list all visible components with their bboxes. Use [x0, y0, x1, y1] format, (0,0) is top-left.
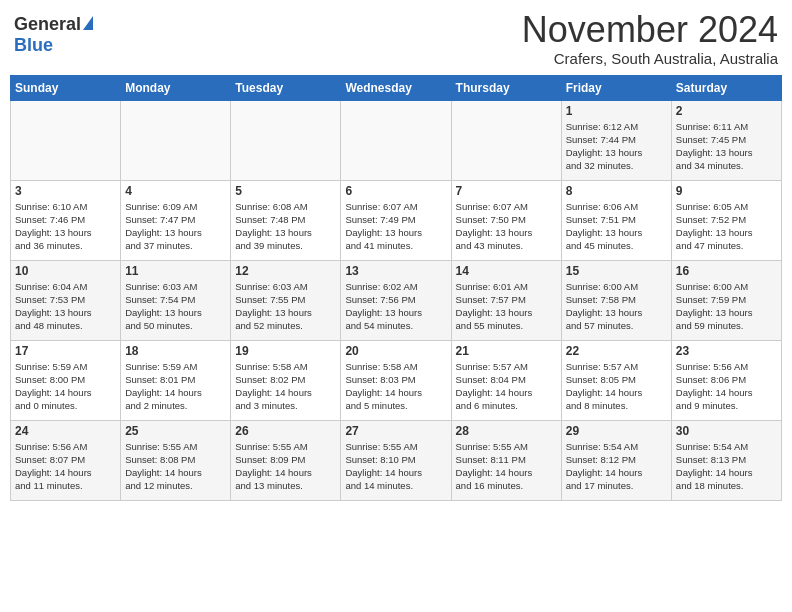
calendar-cell: 18Sunrise: 5:59 AM Sunset: 8:01 PM Dayli… [121, 340, 231, 420]
day-info: Sunrise: 5:56 AM Sunset: 8:07 PM Dayligh… [15, 440, 116, 493]
calendar-week-3: 10Sunrise: 6:04 AM Sunset: 7:53 PM Dayli… [11, 260, 782, 340]
calendar-cell [451, 100, 561, 180]
calendar-cell: 17Sunrise: 5:59 AM Sunset: 8:00 PM Dayli… [11, 340, 121, 420]
day-number: 26 [235, 424, 336, 438]
day-info: Sunrise: 5:55 AM Sunset: 8:08 PM Dayligh… [125, 440, 226, 493]
calendar-cell: 20Sunrise: 5:58 AM Sunset: 8:03 PM Dayli… [341, 340, 451, 420]
calendar-cell [11, 100, 121, 180]
calendar-cell: 16Sunrise: 6:00 AM Sunset: 7:59 PM Dayli… [671, 260, 781, 340]
calendar-cell: 26Sunrise: 5:55 AM Sunset: 8:09 PM Dayli… [231, 420, 341, 500]
day-number: 24 [15, 424, 116, 438]
location-text: Crafers, South Australia, Australia [522, 50, 778, 67]
calendar-cell [121, 100, 231, 180]
day-info: Sunrise: 6:02 AM Sunset: 7:56 PM Dayligh… [345, 280, 446, 333]
day-number: 27 [345, 424, 446, 438]
month-title: November 2024 [522, 10, 778, 50]
day-info: Sunrise: 5:58 AM Sunset: 8:02 PM Dayligh… [235, 360, 336, 413]
calendar-cell: 12Sunrise: 6:03 AM Sunset: 7:55 PM Dayli… [231, 260, 341, 340]
day-number: 13 [345, 264, 446, 278]
day-number: 30 [676, 424, 777, 438]
calendar-cell: 23Sunrise: 5:56 AM Sunset: 8:06 PM Dayli… [671, 340, 781, 420]
weekday-header-friday: Friday [561, 75, 671, 100]
calendar-cell: 19Sunrise: 5:58 AM Sunset: 8:02 PM Dayli… [231, 340, 341, 420]
calendar-week-2: 3Sunrise: 6:10 AM Sunset: 7:46 PM Daylig… [11, 180, 782, 260]
day-info: Sunrise: 5:55 AM Sunset: 8:10 PM Dayligh… [345, 440, 446, 493]
calendar-cell: 25Sunrise: 5:55 AM Sunset: 8:08 PM Dayli… [121, 420, 231, 500]
calendar-cell: 11Sunrise: 6:03 AM Sunset: 7:54 PM Dayli… [121, 260, 231, 340]
day-info: Sunrise: 6:00 AM Sunset: 7:58 PM Dayligh… [566, 280, 667, 333]
day-info: Sunrise: 6:05 AM Sunset: 7:52 PM Dayligh… [676, 200, 777, 253]
day-info: Sunrise: 6:11 AM Sunset: 7:45 PM Dayligh… [676, 120, 777, 173]
day-info: Sunrise: 6:10 AM Sunset: 7:46 PM Dayligh… [15, 200, 116, 253]
day-info: Sunrise: 6:06 AM Sunset: 7:51 PM Dayligh… [566, 200, 667, 253]
day-number: 3 [15, 184, 116, 198]
calendar-cell: 9Sunrise: 6:05 AM Sunset: 7:52 PM Daylig… [671, 180, 781, 260]
day-number: 19 [235, 344, 336, 358]
day-number: 5 [235, 184, 336, 198]
day-number: 4 [125, 184, 226, 198]
calendar-cell: 3Sunrise: 6:10 AM Sunset: 7:46 PM Daylig… [11, 180, 121, 260]
day-number: 21 [456, 344, 557, 358]
calendar-cell: 15Sunrise: 6:00 AM Sunset: 7:58 PM Dayli… [561, 260, 671, 340]
day-info: Sunrise: 6:00 AM Sunset: 7:59 PM Dayligh… [676, 280, 777, 333]
day-info: Sunrise: 5:58 AM Sunset: 8:03 PM Dayligh… [345, 360, 446, 413]
day-info: Sunrise: 5:55 AM Sunset: 8:09 PM Dayligh… [235, 440, 336, 493]
day-info: Sunrise: 6:07 AM Sunset: 7:50 PM Dayligh… [456, 200, 557, 253]
day-info: Sunrise: 6:01 AM Sunset: 7:57 PM Dayligh… [456, 280, 557, 333]
calendar-cell: 8Sunrise: 6:06 AM Sunset: 7:51 PM Daylig… [561, 180, 671, 260]
day-info: Sunrise: 5:56 AM Sunset: 8:06 PM Dayligh… [676, 360, 777, 413]
weekday-header-monday: Monday [121, 75, 231, 100]
calendar-cell: 5Sunrise: 6:08 AM Sunset: 7:48 PM Daylig… [231, 180, 341, 260]
day-info: Sunrise: 6:03 AM Sunset: 7:54 PM Dayligh… [125, 280, 226, 333]
calendar-cell: 28Sunrise: 5:55 AM Sunset: 8:11 PM Dayli… [451, 420, 561, 500]
calendar-cell: 27Sunrise: 5:55 AM Sunset: 8:10 PM Dayli… [341, 420, 451, 500]
day-info: Sunrise: 5:54 AM Sunset: 8:12 PM Dayligh… [566, 440, 667, 493]
day-number: 29 [566, 424, 667, 438]
calendar-week-1: 1Sunrise: 6:12 AM Sunset: 7:44 PM Daylig… [11, 100, 782, 180]
day-info: Sunrise: 5:55 AM Sunset: 8:11 PM Dayligh… [456, 440, 557, 493]
calendar-week-5: 24Sunrise: 5:56 AM Sunset: 8:07 PM Dayli… [11, 420, 782, 500]
day-number: 6 [345, 184, 446, 198]
logo-triangle-icon [83, 16, 93, 30]
day-number: 1 [566, 104, 667, 118]
day-number: 16 [676, 264, 777, 278]
day-number: 17 [15, 344, 116, 358]
day-number: 12 [235, 264, 336, 278]
day-info: Sunrise: 5:59 AM Sunset: 8:01 PM Dayligh… [125, 360, 226, 413]
day-number: 10 [15, 264, 116, 278]
calendar-cell [231, 100, 341, 180]
calendar-cell: 13Sunrise: 6:02 AM Sunset: 7:56 PM Dayli… [341, 260, 451, 340]
calendar-cell [341, 100, 451, 180]
day-number: 8 [566, 184, 667, 198]
weekday-header-wednesday: Wednesday [341, 75, 451, 100]
calendar-cell: 10Sunrise: 6:04 AM Sunset: 7:53 PM Dayli… [11, 260, 121, 340]
day-number: 20 [345, 344, 446, 358]
calendar-week-4: 17Sunrise: 5:59 AM Sunset: 8:00 PM Dayli… [11, 340, 782, 420]
day-info: Sunrise: 6:08 AM Sunset: 7:48 PM Dayligh… [235, 200, 336, 253]
day-number: 7 [456, 184, 557, 198]
day-info: Sunrise: 6:12 AM Sunset: 7:44 PM Dayligh… [566, 120, 667, 173]
calendar-cell: 6Sunrise: 6:07 AM Sunset: 7:49 PM Daylig… [341, 180, 451, 260]
day-number: 23 [676, 344, 777, 358]
day-number: 9 [676, 184, 777, 198]
calendar-cell: 2Sunrise: 6:11 AM Sunset: 7:45 PM Daylig… [671, 100, 781, 180]
day-number: 22 [566, 344, 667, 358]
day-info: Sunrise: 6:04 AM Sunset: 7:53 PM Dayligh… [15, 280, 116, 333]
calendar-cell: 24Sunrise: 5:56 AM Sunset: 8:07 PM Dayli… [11, 420, 121, 500]
day-number: 15 [566, 264, 667, 278]
day-info: Sunrise: 5:54 AM Sunset: 8:13 PM Dayligh… [676, 440, 777, 493]
calendar-table: SundayMondayTuesdayWednesdayThursdayFrid… [10, 75, 782, 501]
day-info: Sunrise: 6:03 AM Sunset: 7:55 PM Dayligh… [235, 280, 336, 333]
logo-general-text: General [14, 14, 81, 35]
day-number: 14 [456, 264, 557, 278]
calendar-cell: 7Sunrise: 6:07 AM Sunset: 7:50 PM Daylig… [451, 180, 561, 260]
calendar-cell: 22Sunrise: 5:57 AM Sunset: 8:05 PM Dayli… [561, 340, 671, 420]
weekday-header-saturday: Saturday [671, 75, 781, 100]
day-info: Sunrise: 5:59 AM Sunset: 8:00 PM Dayligh… [15, 360, 116, 413]
calendar-cell: 30Sunrise: 5:54 AM Sunset: 8:13 PM Dayli… [671, 420, 781, 500]
day-number: 11 [125, 264, 226, 278]
calendar-cell: 4Sunrise: 6:09 AM Sunset: 7:47 PM Daylig… [121, 180, 231, 260]
day-number: 18 [125, 344, 226, 358]
day-info: Sunrise: 6:07 AM Sunset: 7:49 PM Dayligh… [345, 200, 446, 253]
day-info: Sunrise: 6:09 AM Sunset: 7:47 PM Dayligh… [125, 200, 226, 253]
